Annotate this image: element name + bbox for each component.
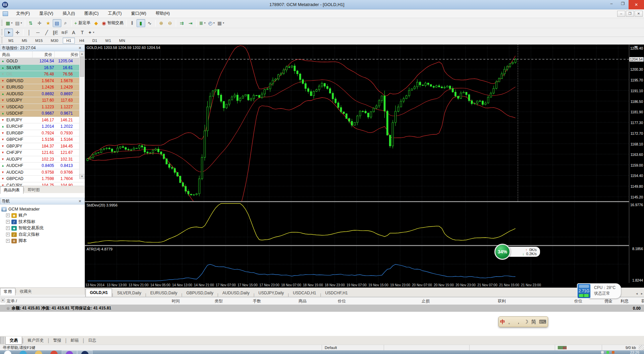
memory-percent-badge[interactable]: 34% — [494, 244, 511, 260]
scrollbar-thumb[interactable] — [80, 57, 84, 77]
dropdown-arrow-icon[interactable]: ▾ — [93, 31, 94, 34]
bar-chart-button[interactable]: ‖ — [128, 19, 137, 27]
market-watch-row[interactable]: ▲AUDCHF0.84050.8413 — [0, 163, 85, 169]
metatrader-icon[interactable] — [77, 350, 93, 354]
ime-glyph[interactable]: 中 — [500, 319, 505, 325]
expand-icon[interactable]: + — [6, 233, 10, 236]
timeframe-mn[interactable]: MN — [115, 38, 129, 44]
profiles-button[interactable]: ▤▾ — [14, 19, 23, 27]
new-order-button[interactable]: +新定单 — [73, 19, 92, 27]
navigator-tab[interactable]: 常用 — [0, 288, 15, 295]
tab-scroll-icon[interactable]: ◂ — [636, 292, 638, 295]
favorites-button[interactable]: ★ — [44, 19, 53, 27]
memory-widget[interactable]: 2.71G CPU：28°C 状态正常 — [577, 283, 621, 299]
market-watch-row[interactable]: ▲AUDUSD0.86920.8697 — [0, 91, 85, 98]
tab-scroll-icon[interactable]: ▸ — [641, 292, 643, 295]
tray-icon[interactable] — [601, 351, 604, 354]
ime-glyph[interactable]: 。 — [508, 319, 513, 325]
menu-item[interactable]: 插入(I) — [58, 9, 80, 18]
navigator-close-icon[interactable]: ✕ — [77, 199, 83, 203]
navigator-root[interactable]: ▦GCM Metatrader — [1, 206, 85, 212]
start-button[interactable] — [0, 350, 15, 354]
mdi-minimize-button[interactable]: – — [617, 11, 625, 17]
new-chart-button[interactable]: ▦▾ — [4, 19, 14, 27]
chart-tab[interactable]: USDCAD,H1 — [289, 290, 320, 297]
channel-button[interactable]: ∥E — [51, 28, 60, 37]
market-watch-row[interactable]: ▼EURJPY146.17146.21 — [0, 117, 85, 124]
navigator-item[interactable]: +◆智能交易系统 — [6, 225, 85, 231]
tray-icon[interactable] — [606, 351, 609, 354]
scroll-down-icon[interactable]: ▼ — [79, 174, 85, 179]
balance-row[interactable]: ◎ 余额: 41 415.81 净值: 41 415.81 可用保证金: 41 … — [0, 305, 644, 312]
ime-toolbar[interactable]: 中。，☽简⌨ — [498, 316, 548, 327]
terminal-column-header[interactable]: 利息 — [621, 298, 629, 304]
toolbar-grip[interactable] — [1, 37, 3, 44]
market-watch-row[interactable]: ▲EURCHF1.20141.2022 — [0, 123, 85, 130]
market-watch-row[interactable]: ▲SILVER16.5716.61 — [0, 65, 85, 71]
terminal-tab[interactable]: 交易 — [5, 337, 22, 345]
mdi-restore-button[interactable]: ❐ — [626, 11, 634, 17]
timeframe-w1[interactable]: W1 — [102, 38, 115, 44]
dropdown-arrow-icon[interactable]: ▾ — [223, 21, 224, 24]
menu-item[interactable]: 文件(F) — [11, 9, 35, 18]
timeframe-m5[interactable]: M5 — [18, 38, 31, 44]
navigator-item[interactable]: +ƒ技术指标 — [6, 219, 85, 225]
terminal-close-icon[interactable]: ✕ — [1, 298, 5, 302]
market-watch-row[interactable]: ▼USDCAD1.12231.1227 — [0, 104, 85, 111]
market-watch-close-icon[interactable]: ✕ — [77, 46, 83, 50]
mdi-close-button[interactable]: ✕ — [635, 11, 643, 17]
expand-icon[interactable]: + — [6, 226, 10, 230]
toolbar-grip[interactable] — [1, 29, 3, 36]
alert-button[interactable]: ◆ — [92, 19, 101, 27]
market-watch-row[interactable]: ▼USDJPY117.60117.63 — [0, 97, 85, 104]
market-watch-row[interactable]: ▼AUDJPY102.23102.31 — [0, 156, 85, 163]
market-watch-row[interactable]: ▼EURUSD1.24261.2429 — [0, 84, 85, 91]
terminal-tab[interactable]: 日志 — [84, 337, 100, 344]
time-axis[interactable]: 13 Nov 201413 Nov 13:0013 Nov 21:0014 No… — [85, 283, 629, 288]
atr-indicator-pane[interactable]: ATR(14) 4.8779 — [85, 246, 629, 283]
chart-tab[interactable]: USDCHF,H1 — [321, 290, 352, 297]
crosshair-tool-button[interactable]: ✛ — [13, 28, 22, 37]
price-axis[interactable]: 1209.401200.301195.701191.101186.501181.… — [629, 45, 644, 283]
fibonacci-button[interactable]: ≋F — [60, 28, 69, 37]
market-watch-row[interactable]: ▼CADJPY104.75104.80 — [0, 182, 85, 186]
zoom-out-button[interactable]: ⊖ — [166, 19, 174, 27]
chart-tab[interactable]: GBPUSD,Daily — [182, 290, 217, 297]
data-window-button[interactable]: ⌕ — [61, 19, 70, 27]
market-watch-row[interactable]: ▼GBPJPY184.37184.45 — [0, 143, 85, 150]
tray-icon[interactable] — [612, 351, 614, 354]
market-watch-row[interactable]: ▼GBPCAD1.75981.7604 — [0, 176, 85, 182]
terminal-column-header[interactable]: 佣金 — [604, 298, 612, 304]
taskbar-clock[interactable]: 23:26 — [630, 350, 639, 354]
memory-usage-badge[interactable]: 2.71G — [577, 283, 591, 299]
zoom-in-button[interactable]: ⊕ — [157, 19, 166, 27]
minimize-button[interactable]: – — [606, 0, 617, 7]
scroll-up-icon[interactable]: ▲ — [79, 51, 85, 56]
candlestick-chart-pane[interactable]: GOLD,H1 1203.58 1204.59 1202.60 1204.54 — [85, 45, 629, 201]
indicators-button[interactable]: ≣▾ — [198, 19, 207, 27]
candlestick-button[interactable]: ▮ — [137, 19, 145, 27]
timeframe-h1[interactable]: H1 — [63, 38, 75, 44]
dropdown-arrow-icon[interactable]: ▾ — [20, 21, 22, 24]
dropdown-arrow-icon[interactable]: ▾ — [11, 21, 12, 24]
auto-scroll-button[interactable]: ⇉ — [177, 19, 186, 27]
timeframe-m15[interactable]: M15 — [32, 38, 46, 44]
shapes-button[interactable]: ✦▾ — [87, 28, 96, 37]
terminal-column-header[interactable]: 类型 — [215, 298, 223, 304]
navigator-item[interactable]: +≣脚本 — [6, 238, 85, 244]
terminal-tab[interactable]: 警报 — [49, 337, 65, 344]
trendline-button[interactable]: ╱ — [42, 28, 51, 37]
market-watch-row[interactable]: ▼EURGBP0.79240.7930 — [0, 130, 85, 137]
resize-grip[interactable] — [639, 345, 644, 350]
dropdown-arrow-icon[interactable]: ▾ — [204, 21, 206, 24]
dropdown-arrow-icon[interactable]: ▾ — [213, 21, 215, 24]
profile-status[interactable]: Default — [322, 345, 384, 350]
templates-button[interactable]: ▦▾ — [216, 19, 225, 27]
chart-tab[interactable]: AUDUSD,Daily — [218, 290, 254, 297]
market-watch-tab[interactable]: 商品列表 — [0, 186, 23, 194]
stddev-indicator-pane[interactable]: StdDev(20) 3.9956 — [85, 202, 629, 245]
browser-icon[interactable] — [15, 350, 31, 354]
terminal-column-header[interactable]: 手数 — [253, 298, 261, 304]
expand-icon[interactable]: + — [6, 239, 10, 243]
market-watch-row[interactable]: ▼CHFJPY121.61121.67 — [0, 150, 85, 156]
